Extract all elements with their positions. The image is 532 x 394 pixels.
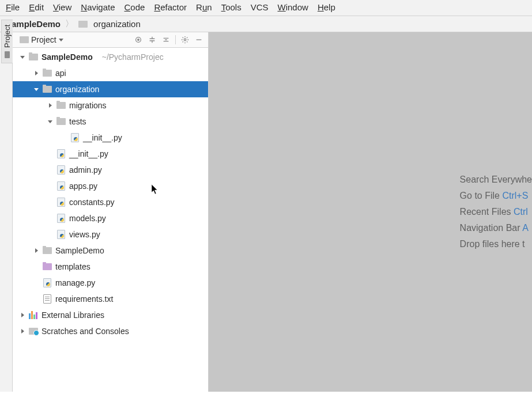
expand-toggle[interactable] [20, 312, 25, 318]
collapse-all-icon[interactable] [161, 35, 171, 44]
menu-code[interactable]: Code [124, 2, 145, 12]
hint-search-everywhere: Search Everywhe [460, 175, 532, 185]
gear-icon[interactable] [180, 35, 190, 44]
tree-node-file[interactable]: __init__.py [13, 130, 208, 146]
node-label: views.py [69, 230, 100, 239]
tree-node-root[interactable]: SampleDemo ~/PycharmProjec [13, 49, 208, 65]
svg-point-1 [138, 39, 139, 41]
tree-node-file[interactable]: apps.py [13, 178, 208, 194]
separator [175, 35, 176, 44]
node-label: requirements.txt [55, 294, 113, 304]
chevron-down-icon [59, 39, 63, 41]
python-file-icon [57, 165, 65, 175]
node-label: Scratches and Consoles [41, 327, 129, 336]
menu-edit[interactable]: Edit [29, 2, 44, 12]
node-label: External Libraries [41, 310, 104, 320]
tree-node-templates[interactable]: templates [13, 259, 208, 275]
tree-node-file[interactable]: manage.py [13, 275, 208, 291]
node-label: apps.py [69, 181, 97, 191]
python-file-icon [57, 214, 65, 223]
menu-vcs[interactable]: VCS [251, 2, 269, 12]
expand-toggle[interactable] [47, 103, 53, 108]
folder-icon [5, 51, 10, 58]
folder-icon [56, 102, 66, 109]
tree-node-file[interactable]: views.py [13, 226, 208, 243]
python-file-icon [57, 149, 65, 158]
locate-icon[interactable] [134, 35, 143, 44]
folder-icon [43, 70, 52, 77]
tree-node-sampledemo-pkg[interactable]: SampleDemo [13, 243, 208, 259]
breadcrumb-child[interactable]: organization [93, 19, 141, 29]
menu-bar: FileEditViewNavigateCodeRefactorRunTools… [0, 0, 532, 16]
hint-drop-files: Drop files here t [460, 239, 532, 249]
folder-icon [20, 36, 29, 43]
project-scope-selector[interactable]: Project [16, 34, 67, 46]
project-toolwindow-tab[interactable]: Project [1, 20, 13, 63]
folder-icon [29, 54, 38, 60]
navigation-bar: SampleDemo 〉 organization [0, 16, 532, 32]
expand-toggle[interactable] [33, 248, 39, 253]
svg-point-2 [184, 39, 186, 41]
project-scope-label: Project [31, 35, 56, 44]
menu-window[interactable]: Window [278, 2, 308, 12]
hint-goto-file: Go to File Ctrl+S [460, 191, 532, 201]
folder-icon [43, 86, 52, 93]
tree-node-file[interactable]: requirements.txt [13, 291, 208, 307]
node-label: admin.py [69, 165, 102, 175]
node-label: models.py [69, 214, 106, 223]
menu-navigate[interactable]: Navigate [81, 2, 115, 12]
expand-toggle[interactable] [33, 86, 39, 92]
breadcrumb-root[interactable]: SampleDemo [6, 19, 61, 29]
node-label: templates [55, 262, 90, 271]
node-label: tests [69, 117, 86, 126]
left-toolwindow-gutter: Project [0, 32, 13, 392]
shortcut: Ctrl+S [502, 191, 528, 200]
menu-run[interactable]: Run [196, 2, 212, 12]
breadcrumb-separator: 〉 [65, 18, 74, 29]
node-label: __init__.py [69, 149, 108, 158]
python-file-icon [57, 198, 65, 207]
tree-node-scratches[interactable]: Scratches and Consoles [13, 323, 208, 339]
hide-icon[interactable] [194, 35, 203, 44]
node-path: ~/PycharmProjec [102, 52, 164, 62]
folder-icon [43, 263, 52, 270]
node-label: constants.py [69, 198, 115, 207]
expand-toggle[interactable] [47, 119, 53, 124]
shortcut: Ctrl [514, 207, 528, 217]
tree-node-organization[interactable]: organization [13, 81, 208, 97]
menu-view[interactable]: View [53, 2, 71, 12]
tree-node-external-libraries[interactable]: External Libraries [13, 307, 208, 323]
expand-toggle[interactable] [20, 328, 25, 334]
menu-tools[interactable]: Tools [221, 2, 242, 12]
python-file-icon [43, 278, 51, 287]
hint-recent-files: Recent Files Ctrl [460, 207, 532, 217]
node-label: organization [55, 85, 99, 94]
tree-node-api[interactable]: api [13, 65, 208, 81]
folder-icon [78, 21, 88, 28]
expand-toggle[interactable] [33, 70, 39, 76]
libraries-icon [29, 311, 38, 319]
menu-file[interactable]: File [6, 2, 20, 12]
scratches-icon [29, 328, 38, 335]
folder-icon [43, 247, 52, 254]
expand-toggle[interactable] [20, 54, 25, 60]
tree-node-file[interactable]: admin.py [13, 162, 208, 178]
tree-node-file[interactable]: models.py [13, 210, 208, 226]
node-label: migrations [69, 101, 107, 110]
text-file-icon [43, 294, 51, 304]
tree-node-file[interactable]: __init__.py [13, 146, 208, 162]
node-label: __init__.py [83, 133, 122, 142]
tree-node-file[interactable]: constants.py [13, 194, 208, 210]
project-panel-toolbar [134, 35, 205, 44]
tree-node-tests[interactable]: tests [13, 113, 208, 130]
python-file-icon [57, 181, 65, 191]
node-label: manage.py [55, 278, 95, 287]
folder-icon [56, 118, 66, 125]
project-tool-window: Project SampleDemo ~/PycharmProjec [13, 32, 209, 392]
tree-node-migrations[interactable]: migrations [13, 97, 208, 113]
menu-refactor[interactable]: Refactor [154, 2, 187, 12]
project-tab-label: Project [3, 25, 12, 48]
hint-navigation-bar: Navigation Bar A [460, 223, 532, 233]
menu-help[interactable]: Help [318, 2, 335, 12]
expand-all-icon[interactable] [148, 35, 157, 44]
